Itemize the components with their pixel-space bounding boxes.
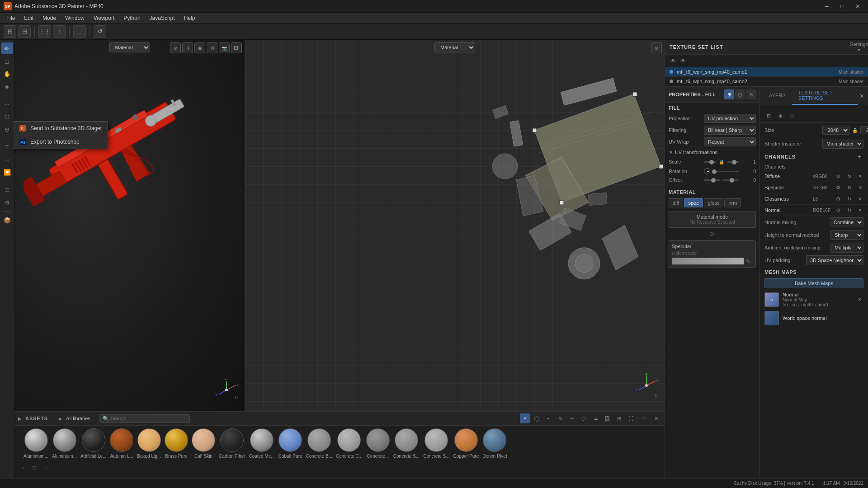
projection-dropdown[interactable]: UV projection bbox=[704, 114, 756, 123]
assets-close-btn[interactable]: ✕ bbox=[651, 413, 661, 423]
material-item-3[interactable]: Autumn L... bbox=[110, 428, 133, 459]
material-item-13[interactable]: Concrete S... bbox=[393, 428, 420, 459]
material-item-1[interactable]: Aluminium... bbox=[52, 428, 77, 459]
channel-diffuse-refresh[interactable]: ↻ bbox=[845, 173, 853, 180]
tss-grid-btn[interactable]: ⊞ bbox=[764, 111, 774, 121]
toolbar-arrange-btn[interactable]: ⋮⋮ bbox=[38, 25, 51, 38]
all-libraries-label[interactable]: All libraries bbox=[66, 416, 90, 421]
material-item-5[interactable]: Brass Pure bbox=[165, 428, 188, 459]
tool-layers[interactable]: ☰ bbox=[1, 184, 13, 196]
material-item-16[interactable]: Denim Rivet bbox=[482, 428, 507, 459]
toolbar-square-btn[interactable]: □ bbox=[73, 25, 86, 38]
viewport-3d-dropdown[interactable]: Material bbox=[109, 42, 150, 52]
vp-photo-btn[interactable]: 🎞 bbox=[231, 42, 242, 53]
channel-specular-refresh[interactable]: ↻ bbox=[845, 184, 853, 191]
vp-uv-camera-btn[interactable]: ⊙ bbox=[651, 42, 662, 53]
assets-hex-btn[interactable]: ⬡ bbox=[579, 413, 589, 423]
channels-add-btn[interactable]: + bbox=[855, 153, 863, 161]
material-item-12[interactable]: Concrete... bbox=[366, 428, 390, 459]
tool-eraser[interactable]: ◻ bbox=[1, 55, 13, 67]
menu-javascript[interactable]: JavaScript bbox=[145, 14, 179, 22]
tab-layers[interactable]: LAYERS bbox=[760, 89, 792, 102]
tool-select[interactable]: ⊹ bbox=[1, 98, 13, 110]
assets-env-btn[interactable]: ☁ bbox=[590, 413, 600, 423]
tsl-eye1[interactable]: 👁 bbox=[669, 56, 678, 66]
maximize-button[interactable]: □ bbox=[835, 1, 849, 11]
channel-diffuse-close[interactable]: ✕ bbox=[856, 173, 863, 180]
assets-square-btn[interactable]: ▪ bbox=[543, 413, 553, 423]
vp-camera-btn[interactable]: ⊙ bbox=[170, 42, 181, 53]
uv-transform-section[interactable]: ▼ UV transformations bbox=[665, 148, 760, 157]
tool-smudge[interactable]: ✋ bbox=[1, 68, 13, 80]
rotation-slider[interactable] bbox=[712, 171, 739, 172]
mat-tab-nrm[interactable]: nrm bbox=[724, 198, 741, 207]
tool-bake[interactable]: ⚙ bbox=[1, 197, 13, 208]
close-button[interactable]: ✕ bbox=[851, 1, 864, 11]
mat-tab-diff[interactable]: diff bbox=[669, 198, 683, 207]
props-close[interactable]: ✕ bbox=[746, 89, 756, 99]
normal-map-close[interactable]: ✕ bbox=[856, 296, 863, 303]
tool-mask[interactable]: ⬡ bbox=[1, 111, 13, 122]
minimize-button[interactable]: ─ bbox=[820, 1, 834, 11]
viewport-uv-dropdown[interactable]: Material bbox=[434, 42, 475, 52]
assets-circle-btn[interactable]: ◯ bbox=[532, 413, 542, 423]
scale-slider2[interactable] bbox=[727, 161, 739, 163]
menu-mode[interactable]: Mode bbox=[38, 14, 61, 22]
tsl-eye2[interactable]: 👁 bbox=[679, 56, 688, 66]
channel-normal-close[interactable]: ✕ bbox=[856, 206, 863, 214]
ctx-send-to-stager[interactable]: S Send to Substance 3D Stager bbox=[13, 122, 108, 135]
assets-brush-btn[interactable]: ✎ bbox=[555, 413, 565, 423]
assets-image-btn[interactable]: 🖼 bbox=[602, 413, 612, 423]
bake-mesh-maps-btn[interactable]: Bake Mesh Maps bbox=[764, 278, 863, 288]
vp-pause-btn[interactable]: ⏸ bbox=[182, 42, 193, 53]
material-item-15[interactable]: Copper Pure bbox=[453, 428, 479, 459]
assets-grid-btn[interactable]: ⊞ bbox=[614, 413, 624, 423]
tool-fill[interactable]: ◈ bbox=[1, 80, 13, 92]
tool-text[interactable]: T bbox=[1, 141, 13, 153]
channel-glossiness-close[interactable]: ✕ bbox=[856, 195, 863, 202]
uv-viewport-content[interactable]: X Z Y U bbox=[245, 40, 665, 411]
scale-slider[interactable] bbox=[704, 161, 716, 163]
channel-normal-icon1[interactable]: ⚙ bbox=[835, 206, 842, 214]
assets-footer-circle[interactable]: ○ bbox=[18, 463, 27, 472]
channel-specular-icon1[interactable]: ⚙ bbox=[835, 184, 842, 191]
tool-shelf[interactable]: 📦 bbox=[1, 214, 13, 226]
tsl-settings-btn[interactable]: Settings ▾ bbox=[854, 42, 863, 52]
vp-render-btn[interactable]: ◉ bbox=[194, 42, 205, 53]
normal-mixing-dropdown[interactable]: Combine bbox=[830, 217, 863, 227]
tsl-item-camo1[interactable]: mtl_t6_wpn_smg_mp40_camo1 Main shader bbox=[665, 67, 868, 77]
scale-lock[interactable]: 🔒 bbox=[718, 158, 725, 165]
channel-diffuse-icon1[interactable]: ⚙ bbox=[835, 173, 842, 180]
material-item-0[interactable]: Aluminium... bbox=[24, 428, 48, 459]
menu-python[interactable]: Python bbox=[119, 14, 145, 22]
menu-edit[interactable]: Edit bbox=[19, 14, 38, 22]
toolbar-grid2-btn[interactable]: ⊟ bbox=[18, 25, 31, 38]
material-item-6[interactable]: Calf Skin bbox=[192, 428, 215, 459]
assets-expand[interactable]: ▶ bbox=[18, 416, 22, 421]
assets-footer-add[interactable]: + bbox=[42, 463, 51, 472]
uvwrap-dropdown[interactable]: Repeat bbox=[704, 137, 756, 146]
toolbar-rotate-btn[interactable]: ↺ bbox=[94, 25, 106, 38]
shader-instance-dropdown[interactable]: Main shader bbox=[822, 139, 863, 149]
assets-footer-folder[interactable]: □ bbox=[30, 463, 39, 472]
layers-close-btn[interactable]: ✕ bbox=[858, 92, 865, 100]
channel-glossiness-refresh[interactable]: ↻ bbox=[845, 195, 853, 202]
tab-texture-set-settings[interactable]: TEXTURE SET SETTINGS bbox=[792, 87, 858, 105]
tool-paint[interactable]: ✏ bbox=[1, 42, 13, 54]
menu-help[interactable]: Help bbox=[179, 14, 200, 22]
menu-viewport[interactable]: Viewport bbox=[89, 14, 119, 22]
assets-window-btn[interactable]: □ bbox=[639, 413, 649, 423]
material-item-10[interactable]: Concrete B... bbox=[306, 428, 332, 459]
material-item-14[interactable]: Concrete S... bbox=[423, 428, 449, 459]
ao-mixing-dropdown[interactable]: Multiply bbox=[830, 243, 863, 253]
vp-settings-btn[interactable]: ⚙ bbox=[207, 42, 217, 53]
size-dropdown1[interactable]: 2048 bbox=[822, 126, 849, 135]
vp-cam2-btn[interactable]: 📷 bbox=[219, 42, 230, 53]
mat-tab-spec[interactable]: spec bbox=[684, 198, 703, 207]
material-item-11[interactable]: Concrete C... bbox=[336, 428, 363, 459]
menu-window[interactable]: Window bbox=[61, 14, 89, 22]
color-swatch[interactable] bbox=[672, 258, 744, 265]
offset-slider2[interactable] bbox=[722, 179, 739, 181]
ctx-export-photoshop[interactable]: Ps Export to Photoshop bbox=[13, 135, 108, 149]
tsl-item-camo2[interactable]: mtl_t6_wpn_smg_mp40_camo2 Main shader bbox=[665, 77, 868, 86]
